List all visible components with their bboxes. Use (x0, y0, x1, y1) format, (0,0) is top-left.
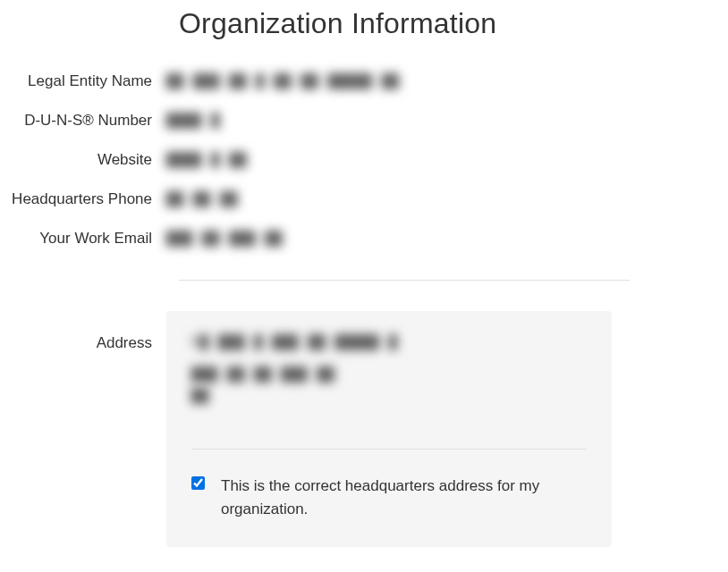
section-divider (179, 280, 630, 281)
address-inner-divider (191, 449, 587, 450)
row-legal-entity-name: Legal Entity Name ██ ███ ██ █ ██ ██ ████… (0, 72, 728, 90)
label-website: Website (0, 151, 166, 169)
label-address: Address (0, 311, 166, 352)
confirm-address-label: This is the correct headquarters address… (221, 475, 587, 522)
confirm-address-row: This is the correct headquarters address… (191, 475, 587, 522)
row-hq-phone: Headquarters Phone ██ ██ ██ (0, 190, 728, 208)
value-legal-entity-name: ██ ███ ██ █ ██ ██ █████ ██ (166, 72, 728, 90)
value-hq-phone: ██ ██ ██ (166, 190, 728, 208)
row-duns-number: D-U-N-S® Number ████ █ (0, 112, 728, 130)
page-title: Organization Information (179, 7, 728, 40)
label-legal-entity-name: Legal Entity Name (0, 72, 166, 90)
confirm-address-checkbox[interactable] (191, 476, 205, 490)
address-box: R█ ███ █ ███ ██ █████ █ ███ ██ ██ ███ ██… (166, 311, 612, 547)
address-content: R█ ███ █ ███ ██ █████ █ ███ ██ ██ ███ ██… (191, 334, 587, 424)
label-work-email: Your Work Email (0, 230, 166, 248)
row-work-email: Your Work Email ███ ██ ███ ██ (0, 230, 728, 248)
value-website: ████ █ ██ (166, 151, 728, 169)
label-duns-number: D-U-N-S® Number (0, 112, 166, 130)
label-hq-phone: Headquarters Phone (0, 190, 166, 208)
value-duns-number: ████ █ (166, 112, 728, 130)
row-website: Website ████ █ ██ (0, 151, 728, 169)
value-work-email: ███ ██ ███ ██ (166, 230, 728, 248)
row-address: Address R█ ███ █ ███ ██ █████ █ ███ ██ █… (0, 311, 728, 547)
